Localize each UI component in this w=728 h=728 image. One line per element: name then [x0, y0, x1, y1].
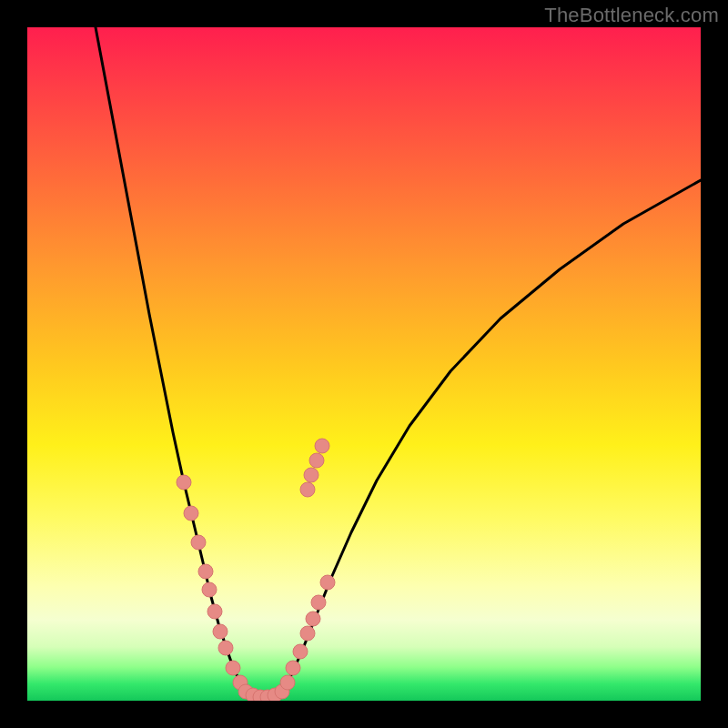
data-marker: [184, 506, 198, 521]
data-marker: [293, 644, 308, 659]
data-marker: [300, 626, 315, 641]
data-marker: [202, 582, 217, 597]
data-marker: [218, 641, 233, 655]
curve-group: [96, 27, 701, 697]
data-marker: [275, 684, 289, 699]
data-marker: [177, 475, 191, 490]
data-marker: [207, 604, 222, 619]
data-marker: [268, 688, 282, 701]
data-marker: [315, 439, 329, 453]
watermark-text: TheBottleneck.com: [544, 4, 719, 27]
bottleneck-curve: [96, 27, 701, 697]
data-marker: [309, 453, 324, 468]
data-marker: [226, 661, 240, 675]
data-marker: [233, 675, 248, 690]
data-marker: [306, 612, 320, 626]
data-marker: [300, 482, 315, 497]
data-marker: [320, 575, 335, 590]
plot-area: [27, 27, 701, 701]
data-marker: [238, 684, 253, 699]
data-marker: [311, 595, 326, 610]
data-marker: [280, 675, 295, 690]
data-marker: [253, 690, 268, 701]
marker-group: [177, 439, 335, 701]
chart-stage: TheBottleneck.com: [0, 0, 728, 728]
curves-svg: [27, 27, 701, 701]
data-marker: [260, 690, 275, 701]
data-marker: [286, 661, 300, 675]
data-marker: [198, 564, 213, 579]
data-marker: [304, 468, 318, 482]
data-marker: [213, 624, 228, 639]
data-marker: [191, 535, 206, 550]
data-marker: [246, 688, 260, 701]
